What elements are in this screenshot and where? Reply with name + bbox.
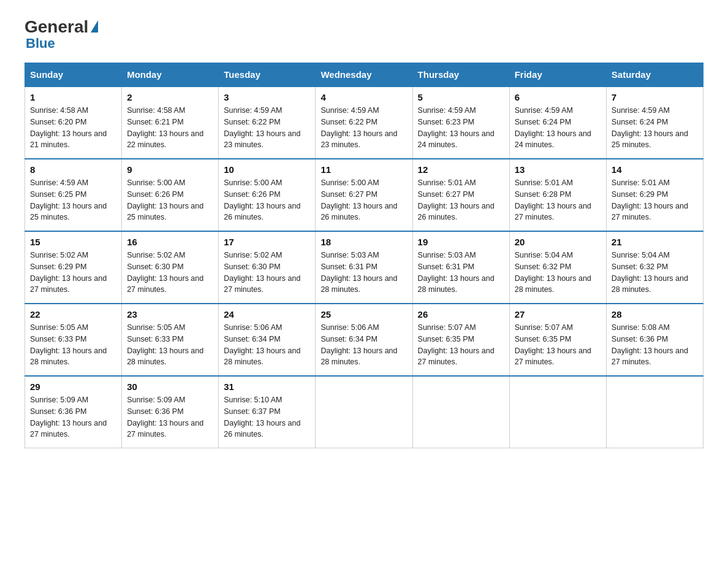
calendar-cell: 12 Sunrise: 5:01 AMSunset: 6:27 PMDaylig… <box>412 159 509 231</box>
calendar-cell: 4 Sunrise: 4:59 AMSunset: 6:22 PMDayligh… <box>316 86 412 159</box>
calendar-cell: 17 Sunrise: 5:02 AMSunset: 6:30 PMDaylig… <box>219 231 316 304</box>
day-info: Sunrise: 5:02 AMSunset: 6:30 PMDaylight:… <box>127 250 213 296</box>
day-info: Sunrise: 4:59 AMSunset: 6:23 PMDaylight:… <box>418 105 504 151</box>
calendar-week-row: 1 Sunrise: 4:58 AMSunset: 6:20 PMDayligh… <box>25 86 703 159</box>
day-number: 4 <box>320 92 407 102</box>
day-number: 23 <box>127 309 213 320</box>
calendar-cell: 5 Sunrise: 4:59 AMSunset: 6:23 PMDayligh… <box>412 86 509 159</box>
calendar-cell <box>509 376 606 448</box>
calendar-cell: 2 Sunrise: 4:58 AMSunset: 6:21 PMDayligh… <box>122 86 219 159</box>
day-info: Sunrise: 5:02 AMSunset: 6:29 PMDaylight:… <box>30 250 116 296</box>
day-number: 22 <box>30 309 116 320</box>
calendar-week-row: 22 Sunrise: 5:05 AMSunset: 6:33 PMDaylig… <box>25 304 703 376</box>
day-number: 5 <box>418 92 504 102</box>
day-number: 18 <box>320 237 407 247</box>
day-info: Sunrise: 5:04 AMSunset: 6:32 PMDaylight:… <box>612 250 698 296</box>
day-number: 7 <box>612 92 698 102</box>
logo-general-text: General <box>25 18 88 36</box>
day-number: 16 <box>127 237 213 247</box>
calendar-week-row: 8 Sunrise: 4:59 AMSunset: 6:25 PMDayligh… <box>25 159 703 231</box>
calendar-cell: 11 Sunrise: 5:00 AMSunset: 6:27 PMDaylig… <box>316 159 412 231</box>
page-header: General Blue <box>25 18 703 50</box>
day-number: 10 <box>224 164 310 175</box>
day-info: Sunrise: 5:05 AMSunset: 6:33 PMDaylight:… <box>30 322 116 368</box>
logo: General Blue <box>25 18 98 50</box>
calendar-cell: 16 Sunrise: 5:02 AMSunset: 6:30 PMDaylig… <box>122 231 219 304</box>
calendar-week-row: 29 Sunrise: 5:09 AMSunset: 6:36 PMDaylig… <box>25 376 703 448</box>
calendar-cell: 27 Sunrise: 5:07 AMSunset: 6:35 PMDaylig… <box>509 304 606 376</box>
calendar-cell: 14 Sunrise: 5:01 AMSunset: 6:29 PMDaylig… <box>606 159 703 231</box>
day-info: Sunrise: 5:01 AMSunset: 6:29 PMDaylight:… <box>612 177 698 223</box>
calendar-cell: 24 Sunrise: 5:06 AMSunset: 6:34 PMDaylig… <box>219 304 316 376</box>
calendar-cell: 30 Sunrise: 5:09 AMSunset: 6:36 PMDaylig… <box>122 376 219 448</box>
day-info: Sunrise: 5:06 AMSunset: 6:34 PMDaylight:… <box>320 322 407 368</box>
calendar-table: SundayMondayTuesdayWednesdayThursdayFrid… <box>25 63 703 448</box>
day-info: Sunrise: 5:10 AMSunset: 6:37 PMDaylight:… <box>224 394 310 440</box>
calendar-week-row: 15 Sunrise: 5:02 AMSunset: 6:29 PMDaylig… <box>25 231 703 304</box>
day-info: Sunrise: 5:09 AMSunset: 6:36 PMDaylight:… <box>127 394 213 440</box>
calendar-cell: 18 Sunrise: 5:03 AMSunset: 6:31 PMDaylig… <box>316 231 412 304</box>
day-info: Sunrise: 5:04 AMSunset: 6:32 PMDaylight:… <box>515 250 601 296</box>
day-info: Sunrise: 4:59 AMSunset: 6:24 PMDaylight:… <box>612 105 698 151</box>
calendar-cell: 25 Sunrise: 5:06 AMSunset: 6:34 PMDaylig… <box>316 304 412 376</box>
calendar-cell: 31 Sunrise: 5:10 AMSunset: 6:37 PMDaylig… <box>219 376 316 448</box>
weekday-header-wednesday: Wednesday <box>316 63 412 87</box>
day-number: 8 <box>30 164 116 175</box>
calendar-cell: 19 Sunrise: 5:03 AMSunset: 6:31 PMDaylig… <box>412 231 509 304</box>
day-info: Sunrise: 5:05 AMSunset: 6:33 PMDaylight:… <box>127 322 213 368</box>
calendar-cell: 26 Sunrise: 5:07 AMSunset: 6:35 PMDaylig… <box>412 304 509 376</box>
day-info: Sunrise: 5:03 AMSunset: 6:31 PMDaylight:… <box>320 250 407 296</box>
logo-triangle-icon <box>91 20 98 33</box>
day-number: 17 <box>224 237 310 247</box>
day-info: Sunrise: 4:58 AMSunset: 6:20 PMDaylight:… <box>30 105 116 151</box>
day-info: Sunrise: 5:07 AMSunset: 6:35 PMDaylight:… <box>418 322 504 368</box>
day-info: Sunrise: 5:06 AMSunset: 6:34 PMDaylight:… <box>224 322 310 368</box>
day-info: Sunrise: 4:59 AMSunset: 6:22 PMDaylight:… <box>224 105 310 151</box>
day-number: 25 <box>320 309 407 320</box>
day-number: 21 <box>612 237 698 247</box>
day-number: 9 <box>127 164 213 175</box>
day-info: Sunrise: 5:09 AMSunset: 6:36 PMDaylight:… <box>30 394 116 440</box>
day-info: Sunrise: 5:01 AMSunset: 6:28 PMDaylight:… <box>515 177 601 223</box>
day-number: 13 <box>515 164 601 175</box>
calendar-cell <box>316 376 412 448</box>
day-number: 29 <box>30 381 116 392</box>
day-number: 24 <box>224 309 310 320</box>
day-number: 6 <box>515 92 601 102</box>
calendar-cell: 29 Sunrise: 5:09 AMSunset: 6:36 PMDaylig… <box>25 376 122 448</box>
weekday-header-sunday: Sunday <box>25 63 122 87</box>
weekday-header-monday: Monday <box>122 63 219 87</box>
day-number: 19 <box>418 237 504 247</box>
day-info: Sunrise: 5:00 AMSunset: 6:27 PMDaylight:… <box>320 177 407 223</box>
calendar-cell: 23 Sunrise: 5:05 AMSunset: 6:33 PMDaylig… <box>122 304 219 376</box>
day-number: 2 <box>127 92 213 102</box>
calendar-cell: 8 Sunrise: 4:59 AMSunset: 6:25 PMDayligh… <box>25 159 122 231</box>
day-number: 30 <box>127 381 213 392</box>
day-number: 28 <box>612 309 698 320</box>
day-number: 31 <box>224 381 310 392</box>
day-info: Sunrise: 4:59 AMSunset: 6:24 PMDaylight:… <box>515 105 601 151</box>
calendar-cell: 28 Sunrise: 5:08 AMSunset: 6:36 PMDaylig… <box>606 304 703 376</box>
day-number: 20 <box>515 237 601 247</box>
weekday-header-friday: Friday <box>509 63 606 87</box>
calendar-cell: 22 Sunrise: 5:05 AMSunset: 6:33 PMDaylig… <box>25 304 122 376</box>
day-info: Sunrise: 5:03 AMSunset: 6:31 PMDaylight:… <box>418 250 504 296</box>
day-info: Sunrise: 5:07 AMSunset: 6:35 PMDaylight:… <box>515 322 601 368</box>
day-info: Sunrise: 5:00 AMSunset: 6:26 PMDaylight:… <box>127 177 213 223</box>
day-info: Sunrise: 5:08 AMSunset: 6:36 PMDaylight:… <box>612 322 698 368</box>
calendar-cell: 3 Sunrise: 4:59 AMSunset: 6:22 PMDayligh… <box>219 86 316 159</box>
day-number: 12 <box>418 164 504 175</box>
day-number: 26 <box>418 309 504 320</box>
day-number: 11 <box>320 164 407 175</box>
day-number: 15 <box>30 237 116 247</box>
day-info: Sunrise: 4:59 AMSunset: 6:22 PMDaylight:… <box>320 105 407 151</box>
day-number: 27 <box>515 309 601 320</box>
day-info: Sunrise: 5:02 AMSunset: 6:30 PMDaylight:… <box>224 250 310 296</box>
day-number: 14 <box>612 164 698 175</box>
calendar-cell: 9 Sunrise: 5:00 AMSunset: 6:26 PMDayligh… <box>122 159 219 231</box>
calendar-cell <box>606 376 703 448</box>
day-info: Sunrise: 5:01 AMSunset: 6:27 PMDaylight:… <box>418 177 504 223</box>
weekday-header-saturday: Saturday <box>606 63 703 87</box>
day-info: Sunrise: 5:00 AMSunset: 6:26 PMDaylight:… <box>224 177 310 223</box>
day-number: 3 <box>224 92 310 102</box>
